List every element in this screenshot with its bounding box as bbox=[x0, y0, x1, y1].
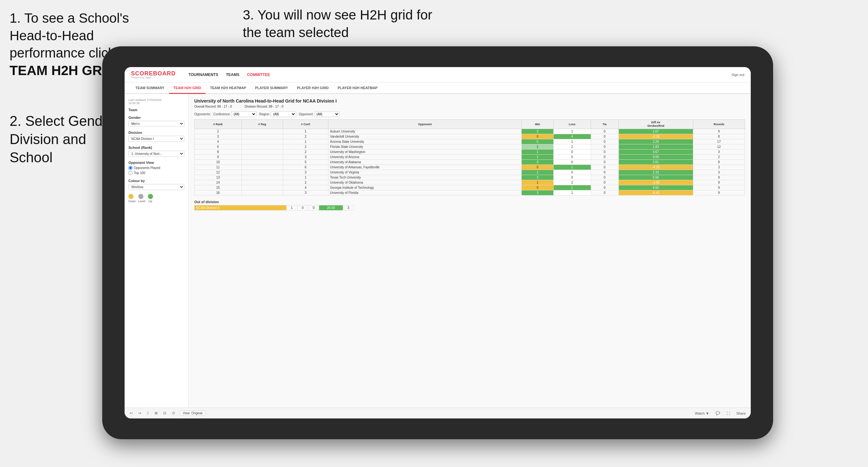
share-button[interactable]: Share bbox=[735, 411, 747, 416]
table-row bbox=[242, 159, 283, 164]
nav-teams[interactable]: TEAMS bbox=[226, 72, 239, 77]
table-row: University of Florida bbox=[329, 190, 522, 195]
clock-button[interactable]: ⏱ bbox=[170, 411, 177, 416]
watch-button[interactable]: Watch ▼ bbox=[693, 411, 711, 416]
forward-button[interactable]: ⤴ bbox=[146, 411, 150, 416]
table-row: 1 bbox=[522, 180, 554, 185]
table-row: 3 bbox=[693, 164, 745, 169]
top-nav: SCOREBOARD Powered by clippi TOURNAMENTS… bbox=[125, 67, 751, 83]
table-row: 17 bbox=[693, 139, 745, 144]
table-row: 15 bbox=[194, 185, 242, 190]
table-row: 3 bbox=[693, 149, 745, 154]
grid-area: University of North Carolina Head-to-Hea… bbox=[188, 94, 751, 408]
radio-top100[interactable]: Top 100 bbox=[128, 171, 184, 175]
table-row bbox=[242, 164, 283, 169]
table-row: 1 bbox=[283, 129, 329, 134]
copy-button[interactable]: ⊞ bbox=[153, 410, 159, 416]
grid-title: University of North Carolina Head-to-Hea… bbox=[194, 98, 745, 103]
table-row: 2 bbox=[194, 129, 242, 134]
table-row: 1 bbox=[554, 164, 591, 169]
tab-player-h2h-heatmap[interactable]: PLAYER H2H HEATMAP bbox=[333, 83, 382, 94]
table-row: 9 bbox=[693, 185, 745, 190]
undo-button[interactable]: ↩ bbox=[128, 410, 134, 416]
region-filter: Region (All) bbox=[259, 112, 296, 117]
col-win: Win bbox=[522, 120, 554, 129]
table-row: 2.33 bbox=[619, 169, 693, 175]
sign-out-button[interactable]: Sign out bbox=[732, 73, 744, 77]
table-row: 1 bbox=[554, 185, 591, 190]
table-row: 0 bbox=[522, 185, 554, 190]
table-row: -4.33 bbox=[619, 164, 693, 169]
division-select[interactable]: NCAA Division I NCAA Division II bbox=[128, 136, 184, 142]
table-row: University of Alabama bbox=[329, 159, 522, 164]
comment-button[interactable]: 💬 bbox=[714, 410, 721, 416]
conference-select[interactable]: (All) bbox=[231, 112, 256, 117]
table-row: 0 bbox=[554, 149, 591, 154]
h2h-table: # Rank # Reg # Conf Opponent Win Loss Ti… bbox=[194, 120, 745, 195]
nav-committee[interactable]: COMMITTEE bbox=[247, 72, 270, 77]
col-opponent: Opponent bbox=[329, 120, 522, 129]
table-row: 0 bbox=[554, 154, 591, 159]
table-row: 3 bbox=[194, 134, 242, 139]
legend-down-dot bbox=[128, 194, 133, 199]
table-row: 5.56 bbox=[619, 175, 693, 180]
grid-button[interactable]: ⊡ bbox=[162, 410, 167, 416]
sidebar-team-section: Team bbox=[128, 108, 184, 112]
col-diff: Diff AvStrokes/Rnd bbox=[619, 120, 693, 129]
view-original-button[interactable]: View: Original bbox=[180, 410, 206, 416]
table-row: 3 bbox=[283, 154, 329, 159]
region-select[interactable]: (All) bbox=[271, 112, 296, 117]
colour-by-select[interactable]: Win/loss bbox=[128, 184, 184, 190]
table-row: 1 bbox=[522, 149, 554, 154]
bottom-toolbar: ↩ ↪ ⤴ ⊞ ⊡ ⏱ View: Original Watch ▼ 💬 ⛶ S… bbox=[125, 408, 751, 418]
table-row: 2.61 bbox=[619, 159, 693, 164]
table-row: 6 bbox=[194, 144, 242, 149]
table-row: 3 bbox=[283, 169, 329, 175]
table-row: University of Oklahoma bbox=[329, 180, 522, 185]
col-reg: # Reg bbox=[242, 120, 283, 129]
legend-up-dot bbox=[148, 194, 153, 199]
tab-player-summary[interactable]: PLAYER SUMMARY bbox=[250, 83, 292, 94]
nav-tournaments[interactable]: TOURNAMENTS bbox=[188, 72, 218, 77]
table-row: Florida State University bbox=[329, 144, 522, 149]
toolbar-right: Watch ▼ 💬 ⛶ Share bbox=[693, 410, 747, 416]
gender-label: Gender bbox=[128, 116, 184, 120]
table-row bbox=[242, 190, 283, 195]
tablet-frame: SCOREBOARD Powered by clippi TOURNAMENTS… bbox=[102, 46, 773, 439]
sidebar-colour-section: Colour by Win/loss bbox=[128, 179, 184, 190]
table-row: 4 bbox=[283, 185, 329, 190]
table-row: 0 bbox=[554, 175, 591, 180]
col-conf: # Conf bbox=[283, 120, 329, 129]
table-row: 1 bbox=[283, 175, 329, 180]
opponent-select[interactable]: (All) bbox=[314, 112, 340, 117]
table-row: 5 bbox=[283, 159, 329, 164]
tab-team-summary[interactable]: TEAM SUMMARY bbox=[131, 83, 169, 94]
table-row bbox=[242, 144, 283, 149]
table-row: 26.00 bbox=[319, 205, 343, 210]
school-label: School (Rank) bbox=[128, 146, 184, 150]
table-row bbox=[242, 185, 283, 190]
table-row: 2.29 bbox=[619, 139, 693, 144]
division-label: Division bbox=[128, 131, 184, 134]
radio-opponents-played[interactable]: Opponents Played bbox=[128, 166, 184, 170]
table-row: 9 bbox=[693, 175, 745, 180]
colour-by-label: Colour by bbox=[128, 179, 184, 183]
tab-player-h2h-grid[interactable]: PLAYER H2H GRID bbox=[292, 83, 333, 94]
table-row bbox=[242, 129, 283, 134]
table-row bbox=[242, 134, 283, 139]
tab-team-h2h-grid[interactable]: TEAM H2H GRID bbox=[169, 83, 206, 94]
legend-level-dot bbox=[138, 194, 144, 199]
tab-team-h2h-heatmap[interactable]: TEAM H2H HEATMAP bbox=[206, 83, 250, 94]
last-updated: Last Updated: 27/03/2024 16:55:38 bbox=[128, 98, 184, 105]
gender-select[interactable]: Men's Women's bbox=[128, 121, 184, 127]
table-row: 3 bbox=[522, 175, 554, 180]
table-row: 1 bbox=[522, 154, 554, 159]
fullscreen-button[interactable]: ⛶ bbox=[725, 411, 731, 416]
table-row bbox=[242, 149, 283, 154]
redo-button[interactable]: ↪ bbox=[137, 410, 143, 416]
school-select[interactable]: 1. University of Nort... bbox=[128, 151, 184, 157]
table-row: 0 bbox=[591, 154, 619, 159]
table-row bbox=[242, 154, 283, 159]
table-row: 9.00 bbox=[619, 154, 693, 159]
nav-items: TOURNAMENTS TEAMS COMMITTEE bbox=[188, 72, 270, 77]
